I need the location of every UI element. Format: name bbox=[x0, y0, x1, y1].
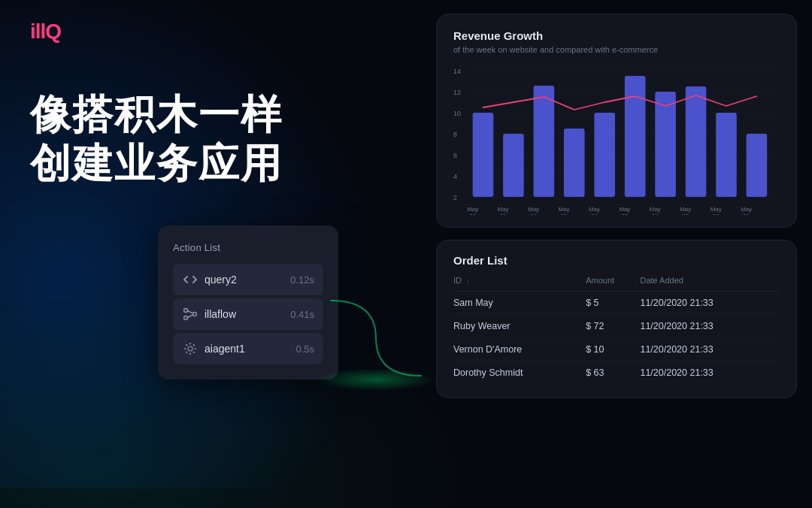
chart-svg: 14 12 10 8 6 4 2 bbox=[453, 65, 780, 215]
svg-point-2 bbox=[184, 316, 188, 320]
svg-text:29: 29 bbox=[682, 213, 689, 215]
cell-id: Ruby Weaver bbox=[453, 315, 586, 338]
svg-text:8: 8 bbox=[453, 131, 457, 138]
action-name-aiagent1: aiagent1 bbox=[205, 343, 289, 355]
svg-text:14: 14 bbox=[453, 68, 461, 75]
ai-icon bbox=[182, 340, 198, 357]
table-row: Dorothy Schmidt $ 63 11/20/2020 21:33 bbox=[453, 361, 780, 385]
cell-id: Dorothy Schmidt bbox=[453, 361, 586, 385]
svg-text:22: 22 bbox=[469, 213, 476, 215]
logo: illQ bbox=[30, 21, 61, 42]
revenue-card: Revenue Growth of the week on website an… bbox=[436, 14, 797, 228]
svg-text:May: May bbox=[467, 206, 478, 213]
svg-point-11 bbox=[186, 352, 187, 353]
code-icon bbox=[182, 271, 198, 288]
svg-text:May: May bbox=[710, 206, 722, 213]
action-time-illaflow: 0.41s bbox=[290, 309, 314, 320]
svg-point-6 bbox=[184, 348, 186, 349]
col-id: ID ↕ bbox=[453, 276, 586, 292]
hero-text: 像搭积木一样 创建业务应用 bbox=[30, 90, 283, 188]
svg-rect-35 bbox=[747, 134, 768, 197]
svg-text:23: 23 bbox=[500, 213, 507, 215]
revenue-title: Revenue Growth bbox=[453, 29, 780, 42]
table-row: Vernon D'Amore $ 10 11/20/2020 21:33 bbox=[453, 338, 780, 361]
action-time-query2: 0.12s bbox=[290, 274, 314, 286]
svg-text:30: 30 bbox=[713, 213, 720, 215]
svg-text:May: May bbox=[589, 206, 600, 213]
svg-text:26: 26 bbox=[591, 213, 598, 215]
right-panel: Revenue Growth of the week on website an… bbox=[436, 14, 797, 398]
svg-text:May: May bbox=[619, 206, 630, 213]
col-amount: Amount bbox=[586, 276, 640, 292]
svg-rect-33 bbox=[686, 86, 707, 197]
svg-point-1 bbox=[193, 313, 197, 316]
action-item-query2: query2 0.12s bbox=[173, 264, 323, 295]
svg-point-9 bbox=[193, 352, 195, 353]
revenue-subtitle: of the week on website and compared with… bbox=[453, 45, 780, 54]
cell-amount: $ 63 bbox=[586, 361, 640, 385]
svg-text:May: May bbox=[528, 206, 539, 213]
cell-date: 11/20/2020 21:33 bbox=[640, 361, 780, 385]
table-row: Ruby Weaver $ 72 11/20/2020 21:33 bbox=[453, 315, 780, 338]
logo-text: illQ bbox=[30, 21, 61, 42]
svg-text:24: 24 bbox=[530, 213, 537, 215]
sort-icon-id: ↕ bbox=[466, 277, 470, 285]
svg-point-5 bbox=[189, 353, 191, 355]
cell-id: Sam May bbox=[453, 292, 586, 315]
svg-rect-29 bbox=[564, 129, 585, 197]
cell-date: 11/20/2020 21:33 bbox=[640, 292, 780, 315]
hero-line2: 创建业务应用 bbox=[30, 139, 283, 188]
action-item-aiagent1: aiagent1 0.5s bbox=[173, 333, 323, 364]
flow-icon bbox=[182, 306, 198, 322]
svg-text:May: May bbox=[680, 206, 691, 213]
svg-text:2: 2 bbox=[453, 194, 457, 201]
connector-path bbox=[323, 293, 429, 383]
action-name-illaflow: illaflow bbox=[205, 308, 284, 320]
svg-point-8 bbox=[186, 344, 187, 346]
action-time-aiagent1: 0.5s bbox=[295, 343, 314, 355]
svg-text:28: 28 bbox=[652, 213, 659, 215]
hero-line1: 像搭积木一样 bbox=[30, 90, 283, 139]
svg-point-0 bbox=[184, 309, 188, 313]
order-table: ID ↕ Amount Date Added Sam May $ 5 11/20… bbox=[453, 276, 780, 384]
chart-container: 14 12 10 8 6 4 2 bbox=[453, 65, 780, 215]
svg-point-3 bbox=[188, 346, 192, 351]
svg-text:May: May bbox=[741, 206, 752, 213]
svg-rect-30 bbox=[594, 113, 615, 197]
svg-text:6: 6 bbox=[453, 152, 457, 159]
svg-text:10: 10 bbox=[453, 110, 461, 117]
svg-text:May: May bbox=[650, 206, 661, 213]
svg-text:4: 4 bbox=[453, 173, 457, 180]
svg-rect-32 bbox=[655, 92, 676, 197]
svg-rect-27 bbox=[503, 134, 524, 197]
svg-point-4 bbox=[189, 343, 191, 344]
action-list-title: Action List bbox=[173, 242, 323, 253]
order-title: Order List bbox=[453, 254, 780, 267]
svg-point-10 bbox=[193, 344, 195, 346]
cell-id: Vernon D'Amore bbox=[453, 338, 586, 361]
svg-text:31: 31 bbox=[743, 213, 750, 215]
svg-rect-26 bbox=[473, 113, 494, 197]
svg-rect-28 bbox=[534, 86, 555, 197]
cell-date: 11/20/2020 21:33 bbox=[640, 315, 780, 338]
svg-text:May: May bbox=[498, 206, 509, 213]
table-row: Sam May $ 5 11/20/2020 21:33 bbox=[453, 292, 780, 315]
svg-text:12: 12 bbox=[453, 89, 461, 96]
cell-amount: $ 72 bbox=[586, 315, 640, 338]
action-list-card: Action List query2 0.12s illaflow 0.41s bbox=[158, 225, 338, 379]
svg-text:25: 25 bbox=[561, 213, 568, 215]
svg-text:May: May bbox=[559, 206, 570, 213]
svg-point-7 bbox=[195, 348, 196, 349]
svg-rect-34 bbox=[716, 113, 737, 197]
order-card: Order List ID ↕ Amount Date Added Sam Ma… bbox=[436, 240, 797, 398]
svg-rect-31 bbox=[625, 76, 646, 197]
action-name-query2: query2 bbox=[205, 274, 284, 286]
svg-text:27: 27 bbox=[621, 213, 628, 215]
cell-amount: $ 10 bbox=[586, 338, 640, 361]
action-item-illaflow: illaflow 0.41s bbox=[173, 298, 323, 330]
col-date: Date Added bbox=[640, 276, 780, 292]
cell-amount: $ 5 bbox=[586, 292, 640, 315]
cell-date: 11/20/2020 21:33 bbox=[640, 338, 780, 361]
